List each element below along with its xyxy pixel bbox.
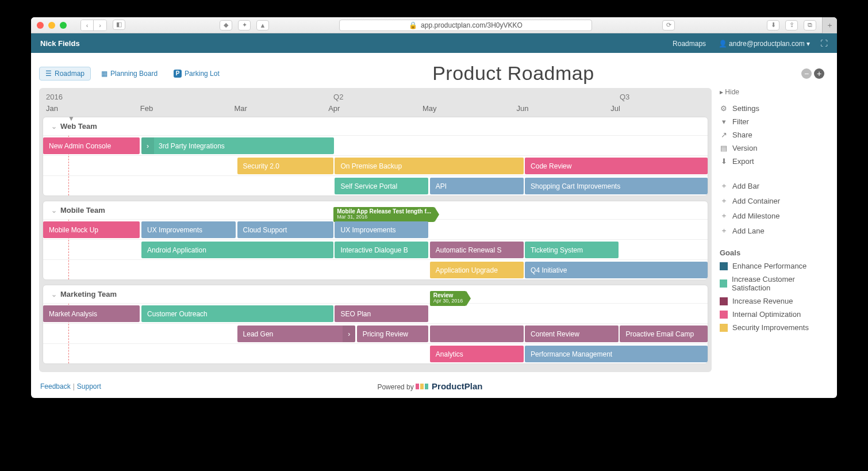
share-icon[interactable]: ⇪	[785, 20, 798, 30]
roadmap-bar[interactable]: Proactive Email Camp	[620, 326, 708, 342]
roadmap-bar[interactable]: New Admin Console	[43, 137, 140, 154]
roadmap-bar[interactable]: Automatic Renewal S	[430, 242, 524, 258]
roadmap-bar[interactable]: Customer Outreach	[141, 305, 333, 322]
plus-icon: ＋	[720, 196, 728, 206]
goal-label: Enhance Performance	[732, 262, 806, 270]
sidebar-settings[interactable]: ⚙Settings	[720, 102, 829, 115]
roadmap-bar[interactable]: Cloud Support	[237, 221, 334, 238]
footer: Feedback | Support Powered by ProductPla…	[31, 378, 837, 398]
goal-item[interactable]: Enhance Performance	[720, 259, 829, 273]
milestone-date: Apr 30, 2016	[433, 298, 463, 304]
chevron-down-icon: ⌄	[51, 290, 57, 298]
lane: ⌄Web TeamNew Admin Console›3rd Party Int…	[43, 117, 708, 196]
bar-label: Content Review	[531, 330, 579, 338]
roadmap-bar[interactable]: Q4 Initiative	[525, 262, 708, 278]
goal-item[interactable]: Internal Optimization	[720, 308, 829, 321]
close-icon[interactable]	[37, 22, 44, 29]
view-planning-board[interactable]: ▦Planning Board	[95, 67, 163, 81]
sidebar-version[interactable]: ▤Version	[720, 141, 829, 155]
filter-icon: ▾	[720, 117, 728, 126]
roadmap-bar[interactable]: UX Improvements	[141, 221, 236, 238]
roadmap-bar[interactable]: Ticketing System	[525, 242, 619, 258]
roadmap-bar[interactable]: On Premise Backup	[335, 158, 523, 174]
roadmap-bar[interactable]	[430, 326, 524, 342]
nav-roadmaps[interactable]: Roadmaps	[673, 40, 706, 48]
roadmap-bar[interactable]: Performance Management	[525, 346, 708, 362]
add-bar[interactable]: ＋Add Bar	[720, 178, 829, 193]
roadmap-bar[interactable]: Lead Gen›	[237, 326, 356, 342]
goal-item[interactable]: Security Improvements	[720, 321, 829, 334]
roadmap-bar[interactable]: Market Analysis	[43, 305, 140, 322]
zoom-out-button[interactable]: −	[801, 68, 812, 79]
roadmap-bar[interactable]: Security 2.0	[237, 158, 334, 174]
roadmap-bar[interactable]: Shopping Cart Improvements	[525, 178, 708, 194]
roadmap-bar[interactable]: Analytics	[430, 346, 524, 362]
warning-icon[interactable]: ▲	[256, 20, 269, 30]
roadmap-bar[interactable]: Interactive Dialogue B	[335, 242, 428, 258]
extension-icon[interactable]: ◆	[220, 20, 232, 30]
lane-header[interactable]: ⌄Marketing Team	[43, 285, 708, 303]
bar-label: SEO Plan	[340, 310, 371, 318]
tabs-icon[interactable]: ⧉	[804, 20, 816, 30]
hide-sidebar[interactable]: ▸ Hide	[720, 88, 829, 96]
add-lane[interactable]: ＋Add Lane	[720, 223, 829, 238]
user-menu[interactable]: 👤 andre@productplan.com ▾	[719, 40, 810, 48]
roadmap-bar[interactable]: Pricing Review	[357, 326, 429, 342]
roadmap-bar[interactable]: Application Upgrade	[430, 262, 524, 278]
zoom-in-button[interactable]: +	[814, 68, 824, 79]
roadmap-bar[interactable]: Self Service Portal	[335, 178, 428, 194]
roadmap-bar[interactable]: ›3rd Party Integrations	[141, 137, 334, 154]
lane-row: Security 2.0On Premise BackupCode Review	[43, 155, 708, 175]
bar-label: Customer Outreach	[147, 310, 208, 318]
view-parking-lot[interactable]: PParking Lot	[168, 67, 225, 81]
roadmap-bar[interactable]: API	[430, 178, 524, 194]
bar-label: UX Improvements	[340, 226, 395, 234]
lane-header[interactable]: ⌄Web Team	[43, 117, 708, 135]
minimize-icon[interactable]	[48, 22, 55, 29]
nav-back-forward[interactable]: ‹ ›	[80, 20, 107, 31]
goal-label: Increase Revenue	[732, 297, 793, 305]
support-link[interactable]: Support	[77, 382, 101, 390]
forward-button[interactable]: ›	[94, 20, 106, 30]
lane: ⌄Marketing TeamReviewApr 30, 2016Market …	[43, 285, 708, 364]
maximize-icon[interactable]	[60, 22, 67, 29]
sidebar-export[interactable]: ⬇Export	[720, 155, 829, 168]
plus-icon: ＋	[720, 210, 728, 221]
sidebar-share[interactable]: ↗Share	[720, 128, 829, 141]
bar-label: New Admin Console	[49, 142, 111, 150]
address-bar[interactable]: 🔒 app.productplan.com/3H0yVKKO	[339, 20, 592, 31]
goal-item[interactable]: Increase Revenue	[720, 294, 829, 308]
roadmap-bar[interactable]: Content Review	[525, 326, 619, 342]
bar-label: Q4 Initiative	[531, 266, 567, 274]
roadmap-bar[interactable]: Code Review	[525, 158, 708, 174]
roadmap-bar[interactable]: Mobile Mock Up	[43, 221, 140, 238]
roadmap-bar[interactable]: SEO Plan	[335, 305, 428, 322]
goal-item[interactable]: Increase Customer Satisfaction	[720, 273, 829, 294]
roadmap-bar[interactable]: UX Improvements	[335, 221, 428, 238]
add-container[interactable]: ＋Add Container	[720, 193, 829, 208]
sidebar-filter[interactable]: ▾Filter	[720, 115, 829, 128]
bar-label: On Premise Backup	[340, 162, 402, 170]
bar-label: UX Improvements	[147, 226, 202, 234]
feedback-link[interactable]: Feedback	[40, 382, 71, 390]
view-roadmap[interactable]: ☰Roadmap	[39, 67, 91, 81]
add-milestone[interactable]: ＋Add Milestone	[720, 208, 829, 223]
lane-row: Application UpgradeQ4 Initiative	[43, 259, 708, 279]
playhead-marker[interactable]	[68, 114, 75, 122]
milestone-flag[interactable]: Mobile App Release Test length f...Mar 3…	[333, 207, 435, 222]
sidebar-toggle-icon[interactable]: ◧	[113, 20, 125, 30]
new-tab-button[interactable]: ＋	[822, 17, 837, 33]
wand-icon[interactable]: ✦	[238, 20, 251, 30]
window-controls[interactable]	[37, 22, 67, 29]
reload-button[interactable]: ⟳	[662, 20, 675, 30]
timeline-header: 2016 Q2 Q3 JanFebMarAprMayJunJul	[43, 91, 708, 117]
back-button[interactable]: ‹	[81, 20, 94, 30]
export-icon: ⬇	[720, 157, 728, 166]
bar-label: Code Review	[531, 162, 571, 170]
milestone-flag[interactable]: ReviewApr 30, 2016	[430, 291, 467, 306]
goal-swatch	[720, 262, 728, 270]
fullscreen-icon[interactable]: ⛶	[820, 39, 828, 48]
download-icon[interactable]: ⬇	[767, 20, 779, 30]
roadmap-bar[interactable]: Android Application	[141, 242, 333, 258]
chevron-down-icon: ⌄	[51, 122, 57, 131]
